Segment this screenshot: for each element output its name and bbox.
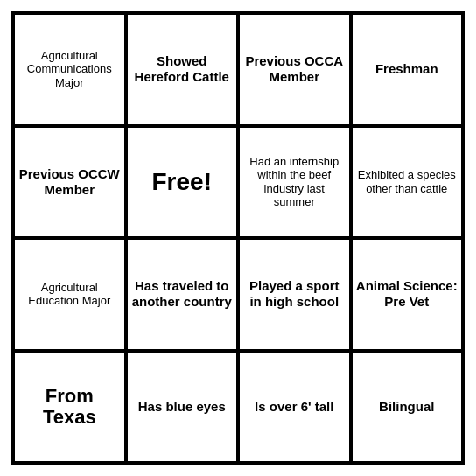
bingo-cell-r4c4: Bilingual — [351, 351, 464, 464]
bingo-cell-r3c1: Agricultural Education Major — [13, 238, 126, 351]
bingo-cell-r2c2: Free! — [126, 126, 239, 239]
bingo-cell-r2c1: Previous OCCW Member — [13, 126, 126, 239]
bingo-cell-r1c4: Freshman — [351, 13, 464, 126]
bingo-cell-r4c3: Is over 6' tall — [238, 351, 351, 464]
bingo-cell-r4c2: Has blue eyes — [126, 351, 239, 464]
bingo-cell-r1c2: Showed Hereford Cattle — [126, 13, 239, 126]
bingo-cell-r1c3: Previous OCCA Member — [238, 13, 351, 126]
bingo-cell-r3c4: Animal Science: Pre Vet — [351, 238, 464, 351]
bingo-card: Agricultural Communications MajorShowed … — [10, 10, 466, 466]
bingo-cell-r1c1: Agricultural Communications Major — [13, 13, 126, 126]
bingo-cell-r3c3: Played a sport in high school — [238, 238, 351, 351]
bingo-cell-r3c2: Has traveled to another country — [126, 238, 239, 351]
bingo-cell-r4c1: From Texas — [13, 351, 126, 464]
bingo-cell-r2c4: Exhibited a species other than cattle — [351, 126, 464, 239]
bingo-cell-r2c3: Had an internship within the beef indust… — [238, 126, 351, 239]
